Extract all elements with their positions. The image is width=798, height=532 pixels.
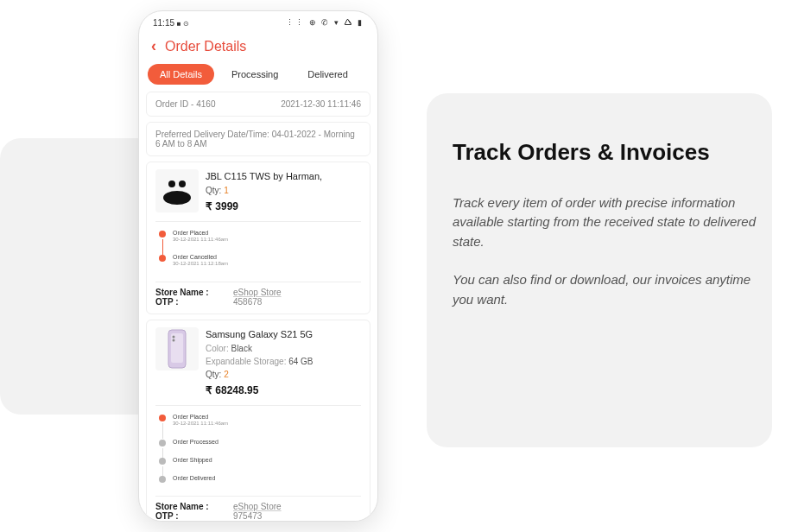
store-link[interactable]: eShop Store	[233, 288, 282, 297]
product-price: ₹ 68248.95	[206, 383, 361, 398]
delivery-pref-card: Preferred Delivery Date/Time: 04-01-2022…	[146, 122, 370, 156]
marketing-para-2: You can also find or download, our invoi…	[453, 270, 763, 309]
back-icon[interactable]: ‹	[151, 37, 156, 55]
marketing-para-1: Track every item of order with precise i…	[453, 193, 763, 252]
order-id-label: Order ID - 4160	[155, 99, 215, 109]
timeline-step: Order Placed30-12-2021 11:11:46am	[155, 413, 361, 438]
timeline-dot-icon	[159, 255, 166, 262]
timeline-step: Order Delivered	[155, 474, 361, 492]
order-item: Samsung Galaxy S21 5G Color: Black Expan…	[146, 320, 370, 521]
timeline-dot-icon	[159, 415, 166, 421]
marketing-heading: Track Orders & Invoices	[453, 138, 763, 168]
timeline-dot-icon	[159, 440, 166, 446]
tab-cancelled[interactable]: Ca	[365, 64, 377, 85]
tab-all-details[interactable]: All Details	[148, 64, 214, 85]
app-header: ‹ Order Details	[139, 30, 377, 64]
order-timestamp: 2021-12-30 11:11:46	[281, 99, 361, 109]
status-time: 11:15 ■ ⊙	[153, 18, 189, 28]
svg-point-1	[168, 180, 175, 187]
content-scroll[interactable]: Order ID - 4160 2021-12-30 11:11:46 Pref…	[139, 92, 377, 521]
smartphone-icon	[162, 328, 193, 370]
svg-point-5	[173, 336, 175, 339]
otp-value: 458678	[233, 297, 282, 307]
page-title: Order Details	[165, 39, 246, 54]
otp-value: 975473	[233, 511, 282, 521]
svg-point-2	[179, 180, 186, 187]
timeline-dot-icon	[159, 458, 166, 465]
filter-tabs: All Details Processing Delivered Ca	[139, 64, 377, 92]
timeline-step: Order Cancelled30-12-2021 11:12:18am	[155, 253, 361, 278]
timeline-step: Order Processed	[155, 438, 361, 456]
tab-processing[interactable]: Processing	[219, 64, 290, 85]
order-timeline: Order Placed30-12-2021 11:11:46am Order …	[155, 221, 361, 279]
store-info: Store Name : OTP : eShop Store 458678	[155, 282, 361, 307]
earbuds-icon	[160, 174, 194, 208]
product-thumbnail[interactable]	[155, 327, 199, 370]
store-link[interactable]: eShop Store	[233, 502, 282, 511]
status-icons: ⋮⋮ ⊕ ✆ ▾ 🛆 ▮	[286, 18, 364, 27]
timeline-dot-icon	[159, 476, 166, 483]
order-id-card: Order ID - 4160 2021-12-30 11:11:46	[146, 92, 370, 117]
product-price: ₹ 3999	[206, 199, 361, 214]
store-info: Store Name : OTP : eShop Store 975473	[155, 496, 361, 521]
marketing-text: Track Orders & Invoices Track every item…	[453, 138, 763, 328]
timeline-step: Order Placed30-12-2021 11:11:46am	[155, 229, 361, 254]
product-name: Samsung Galaxy S21 5G	[206, 327, 361, 342]
order-timeline: Order Placed30-12-2021 11:11:46am Order …	[155, 405, 361, 492]
phone-frame: 11:15 ■ ⊙ ⋮⋮ ⊕ ✆ ▾ 🛆 ▮ ‹ Order Details A…	[138, 10, 378, 522]
timeline-step: Order Shipped	[155, 456, 361, 474]
product-thumbnail[interactable]	[155, 169, 199, 212]
status-bar: 11:15 ■ ⊙ ⋮⋮ ⊕ ✆ ▾ 🛆 ▮	[139, 11, 377, 30]
product-name: JBL C115 TWS by Harman,	[206, 169, 361, 184]
tab-delivered[interactable]: Delivered	[295, 64, 359, 85]
timeline-dot-icon	[159, 231, 166, 238]
order-item: JBL C115 TWS by Harman, Qty: 1 ₹ 3999 Or…	[146, 162, 370, 314]
svg-point-0	[163, 191, 191, 205]
svg-point-6	[173, 339, 175, 342]
